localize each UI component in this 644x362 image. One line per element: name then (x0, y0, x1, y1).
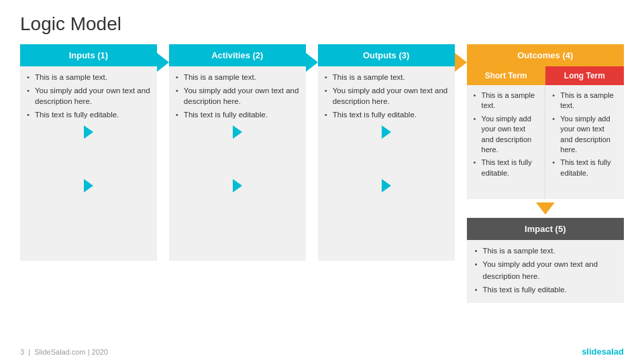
outcomes-section: Outcomes (4) Short Term Long Term This i… (467, 44, 624, 303)
list-item: You simply add your own text and descrip… (475, 259, 616, 282)
impact-header: Impact (5) (467, 218, 624, 240)
long-term-header: Long Term (545, 66, 624, 85)
body-arrow-2 (27, 179, 150, 192)
footer-page: 3 | SlideSalad.com | 2020 (20, 348, 108, 356)
inputs-column: Inputs (1) This is a sample text. You si… (20, 44, 157, 261)
short-term-body: This is a sample text. You simply add yo… (467, 85, 545, 199)
list-item: This is a sample text. (27, 72, 150, 82)
body-arrow-6 (325, 179, 448, 192)
arrow-right-icon (157, 53, 169, 72)
outputs-body: This is a sample text. You simply add yo… (318, 66, 455, 261)
body-arrow-4 (176, 179, 299, 192)
arrow-right-icon (84, 125, 93, 139)
list-item: This is a sample text. (475, 245, 616, 257)
activities-column: Activities (2) This is a sample text. Yo… (169, 44, 306, 261)
list-item: This is a sample text. (552, 90, 617, 111)
activities-header: Activities (2) (169, 44, 306, 66)
impact-body: This is a sample text. You simply add yo… (467, 240, 624, 303)
list-item: You simply add your own text and descrip… (474, 114, 539, 156)
list-item: This text is fully editable. (27, 109, 150, 120)
list-item: This is a sample text. (325, 72, 448, 82)
connector-3 (455, 44, 467, 72)
list-item: This text is fully editable. (475, 284, 616, 296)
list-item: You simply add your own text and descrip… (325, 85, 448, 107)
long-term-body: This is a sample text. You simply add yo… (545, 85, 624, 199)
list-item: This is a sample text. (474, 90, 539, 111)
list-item: This text is fully editable. (176, 109, 299, 120)
arrow-right-icon (233, 125, 242, 139)
inputs-header: Inputs (1) (20, 44, 157, 66)
outcomes-header: Outcomes (4) (467, 44, 624, 66)
short-term-header: Short Term (467, 66, 545, 85)
arrow-right-icon (84, 179, 93, 192)
arrow-right-icon (306, 53, 318, 72)
arrow-down-icon (536, 202, 555, 215)
arrow-right-icon (382, 179, 391, 192)
outcomes-sub-headers: Short Term Long Term (467, 66, 624, 85)
list-item: This text is fully editable. (325, 109, 448, 120)
activities-body: This is a sample text. You simply add yo… (169, 66, 306, 261)
body-arrow-5 (325, 125, 448, 139)
down-arrow-container (467, 199, 624, 218)
list-item: This text is fully editable. (474, 158, 539, 178)
connector-2 (306, 44, 318, 72)
body-arrow-1 (27, 125, 150, 139)
body-arrow-3 (176, 125, 299, 139)
page-number: 3 (20, 348, 24, 356)
footer: 3 | SlideSalad.com | 2020 slidesalad (20, 347, 624, 357)
outcomes-bodies: This is a sample text. You simply add yo… (467, 85, 624, 199)
connector-1 (157, 44, 169, 72)
footer-logo: slidesalad (582, 347, 624, 357)
inputs-body: This is a sample text. You simply add yo… (20, 66, 157, 261)
arrow-right-icon (233, 179, 242, 192)
list-item: You simply add your own text and descrip… (176, 85, 299, 107)
page-title: Logic Model (20, 13, 624, 35)
arrow-right-icon (382, 125, 391, 139)
arrow-right-icon (455, 53, 467, 72)
footer-brand-text: SlideSalad.com | 2020 (34, 348, 108, 356)
list-item: You simply add your own text and descrip… (552, 114, 617, 156)
list-item: You simply add your own text and descrip… (27, 85, 150, 107)
outputs-header: Outputs (3) (318, 44, 455, 66)
main-layout: Inputs (1) This is a sample text. You si… (20, 44, 624, 303)
outputs-column: Outputs (3) This is a sample text. You s… (318, 44, 455, 261)
list-item: This text is fully editable. (552, 158, 617, 178)
list-item: This is a sample text. (176, 72, 299, 82)
slide: Logic Model Inputs (1) This is a sample … (0, 0, 644, 362)
